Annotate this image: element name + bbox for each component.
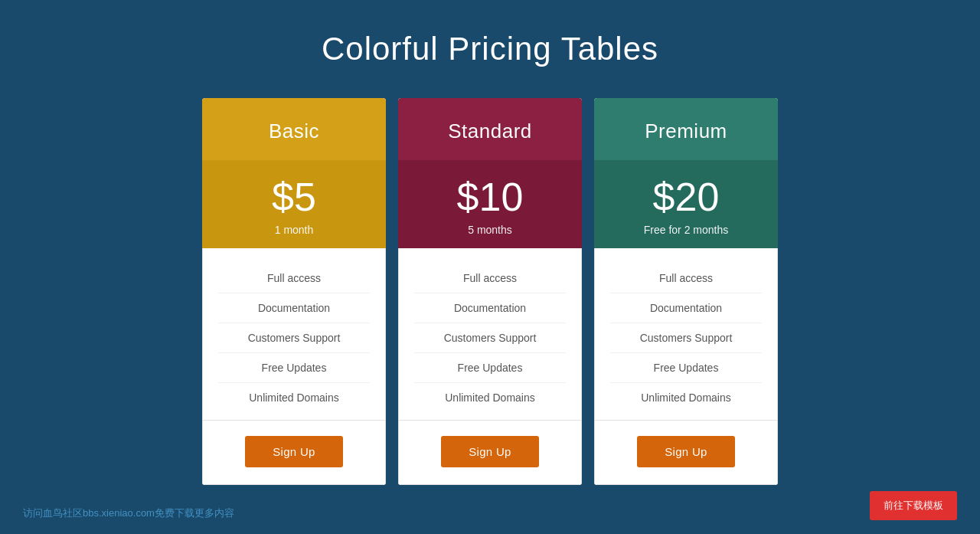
feature-standard-1: Full access bbox=[414, 264, 566, 293]
card-header-basic: Basic bbox=[202, 98, 386, 160]
card-title-standard: Standard bbox=[413, 120, 567, 143]
page-title: Colorful Pricing Tables bbox=[322, 31, 658, 67]
card-features-premium: Full access Documentation Customers Supp… bbox=[594, 248, 778, 421]
feature-premium-2: Documentation bbox=[610, 293, 762, 323]
card-period-premium: Free for 2 months bbox=[609, 224, 763, 236]
card-price-standard: $10 bbox=[413, 175, 567, 219]
pricing-card-standard: Standard $10 5 months Full access Docume… bbox=[398, 98, 582, 485]
watermark: 访问血鸟社区bbs.xieniao.com免费下载更多内容 bbox=[23, 506, 234, 520]
card-price-premium: $20 bbox=[609, 175, 763, 219]
card-footer-premium: Sign Up bbox=[594, 421, 778, 485]
download-template-button[interactable]: 前往下载模板 bbox=[870, 491, 957, 520]
card-title-basic: Basic bbox=[217, 120, 371, 143]
card-header-standard: Standard bbox=[398, 98, 582, 160]
feature-standard-5: Unlimited Domains bbox=[414, 383, 566, 412]
card-title-premium: Premium bbox=[609, 120, 763, 143]
card-price-basic: $5 bbox=[217, 175, 371, 219]
feature-premium-5: Unlimited Domains bbox=[610, 383, 762, 412]
feature-premium-3: Customers Support bbox=[610, 323, 762, 353]
card-features-basic: Full access Documentation Customers Supp… bbox=[202, 248, 386, 421]
card-header-premium: Premium bbox=[594, 98, 778, 160]
signup-button-premium[interactable]: Sign Up bbox=[637, 436, 734, 467]
card-price-section-standard: $10 5 months bbox=[398, 160, 582, 248]
card-footer-standard: Sign Up bbox=[398, 421, 582, 485]
card-period-basic: 1 month bbox=[217, 224, 371, 236]
signup-button-standard[interactable]: Sign Up bbox=[441, 436, 538, 467]
card-price-section-premium: $20 Free for 2 months bbox=[594, 160, 778, 248]
card-footer-basic: Sign Up bbox=[202, 421, 386, 485]
feature-basic-3: Customers Support bbox=[218, 323, 370, 353]
feature-basic-2: Documentation bbox=[218, 293, 370, 323]
feature-basic-1: Full access bbox=[218, 264, 370, 293]
pricing-card-basic: Basic $5 1 month Full access Documentati… bbox=[202, 98, 386, 485]
feature-standard-2: Documentation bbox=[414, 293, 566, 323]
card-price-section-basic: $5 1 month bbox=[202, 160, 386, 248]
feature-premium-4: Free Updates bbox=[610, 353, 762, 383]
feature-basic-5: Unlimited Domains bbox=[218, 383, 370, 412]
card-period-standard: 5 months bbox=[413, 224, 567, 236]
pricing-container: Basic $5 1 month Full access Documentati… bbox=[196, 98, 784, 485]
feature-premium-1: Full access bbox=[610, 264, 762, 293]
feature-standard-3: Customers Support bbox=[414, 323, 566, 353]
feature-basic-4: Free Updates bbox=[218, 353, 370, 383]
pricing-card-premium: Premium $20 Free for 2 months Full acces… bbox=[594, 98, 778, 485]
card-features-standard: Full access Documentation Customers Supp… bbox=[398, 248, 582, 421]
feature-standard-4: Free Updates bbox=[414, 353, 566, 383]
signup-button-basic[interactable]: Sign Up bbox=[245, 436, 342, 467]
